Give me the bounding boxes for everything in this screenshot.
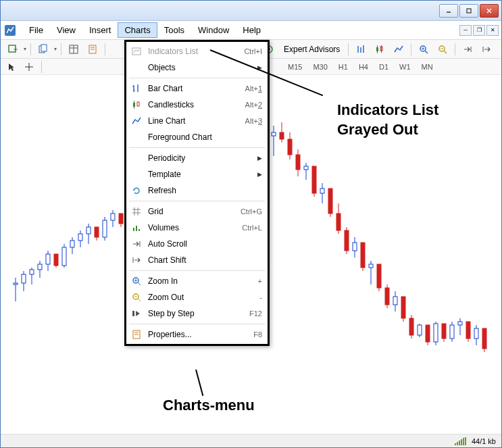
svg-rect-77 — [320, 189, 324, 193]
svg-rect-37 — [14, 283, 18, 284]
svg-rect-63 — [119, 214, 123, 224]
menu-item-label: Template — [144, 170, 257, 179]
mdi-minimize-button[interactable]: ─ — [459, 25, 472, 36]
cursor-button[interactable] — [5, 61, 18, 73]
svg-rect-41 — [30, 270, 34, 274]
svg-rect-59 — [103, 220, 107, 237]
menu-item-template[interactable]: Template▶ — [126, 166, 268, 182]
navigator-button[interactable] — [84, 42, 101, 57]
menu-charts[interactable]: Charts — [118, 22, 157, 38]
menu-item-refresh[interactable]: Refresh — [126, 182, 268, 199]
submenu-arrow-icon: ▶ — [257, 155, 262, 161]
menu-file[interactable]: File — [22, 22, 50, 38]
svg-rect-9 — [41, 45, 47, 51]
menu-item-indicators-list: Indicators ListCtrl+I — [126, 43, 268, 59]
svg-line-30 — [444, 51, 447, 53]
refresh-icon — [129, 184, 144, 197]
svg-rect-47 — [54, 254, 58, 266]
menu-item-chart-shift[interactable]: Chart Shift — [126, 252, 268, 268]
svg-rect-67 — [280, 132, 284, 139]
chartshift-icon — [129, 254, 144, 266]
menu-item-step-by-step[interactable]: Step by StepF12 — [126, 305, 268, 322]
menu-item-auto-scroll[interactable]: Auto Scroll — [126, 236, 268, 252]
timeframe-m15[interactable]: M15 — [284, 61, 305, 72]
timeframe-h1[interactable]: H1 — [335, 61, 351, 72]
maximize-button[interactable] — [459, 4, 478, 18]
zoom-in-button[interactable] — [416, 42, 432, 57]
timeframe-w1[interactable]: W1 — [396, 61, 414, 72]
new-chart-button[interactable] — [5, 42, 21, 57]
svg-rect-93 — [385, 288, 389, 305]
timeframe-d1[interactable]: D1 — [376, 61, 392, 72]
barchart-icon — [129, 82, 144, 95]
menu-item-shortcut: Ctrl+L — [242, 224, 262, 232]
svg-rect-95 — [393, 297, 397, 305]
bar-chart-button[interactable] — [353, 42, 369, 57]
menu-item-line-chart[interactable]: Line ChartAlt+3 — [126, 113, 268, 129]
timeframe-m30[interactable]: M30 — [309, 61, 330, 72]
chart-shift-button[interactable] — [478, 42, 495, 57]
line-chart-button[interactable] — [391, 42, 407, 57]
menu-item-shortcut: Ctrl+G — [241, 207, 262, 216]
menu-item-grid[interactable]: GridCtrl+G — [126, 203, 268, 220]
svg-rect-45 — [46, 254, 50, 264]
menu-tools[interactable]: Tools — [157, 22, 191, 38]
properties-icon — [129, 328, 144, 341]
svg-rect-105 — [434, 324, 438, 342]
crosshair-button[interactable] — [22, 61, 36, 73]
indicators-icon — [129, 45, 144, 57]
mdi-restore-button[interactable]: ❐ — [473, 25, 485, 36]
zoom-out-button[interactable] — [434, 42, 451, 57]
menu-item-properties[interactable]: Properties...F8 — [126, 326, 268, 343]
menu-item-label: Indicators List — [144, 47, 244, 56]
menu-view[interactable]: View — [50, 22, 82, 38]
mdi-close-button[interactable]: ✕ — [486, 25, 499, 36]
svg-rect-79 — [328, 189, 332, 214]
svg-rect-49 — [62, 247, 66, 266]
menu-item-volumes[interactable]: VolumesCtrl+L — [126, 220, 268, 236]
svg-rect-61 — [111, 214, 115, 220]
svg-rect-97 — [401, 297, 405, 318]
menu-item-label: Auto Scroll — [144, 239, 262, 249]
close-button[interactable] — [480, 4, 499, 18]
menu-item-shortcut: F8 — [253, 330, 262, 339]
menu-item-label: Step by Step — [144, 309, 249, 318]
auto-scroll-button[interactable] — [459, 42, 476, 57]
menu-item-label: Properties... — [144, 330, 253, 339]
menu-item-foreground-chart[interactable]: Foreground Chart — [126, 129, 268, 145]
menu-item-periodicity[interactable]: Periodicity▶ — [126, 150, 268, 166]
titlebar — [1, 1, 501, 21]
menu-item-shortcut: Ctrl+I — [244, 47, 262, 55]
menu-item-zoom-in[interactable]: Zoom In+ — [126, 273, 268, 289]
timeframe-mn[interactable]: MN — [418, 61, 436, 72]
menu-window[interactable]: Window — [191, 22, 236, 38]
svg-rect-73 — [304, 166, 308, 170]
blank-icon — [129, 61, 144, 74]
zoomout-icon — [129, 291, 144, 303]
market-watch-button[interactable] — [66, 42, 82, 57]
menu-item-objects[interactable]: Objects▶ — [126, 59, 268, 76]
menu-item-label: Zoom In — [144, 276, 258, 286]
mdi-controls: ─ ❐ ✕ — [459, 25, 499, 36]
expert-advisors-label[interactable]: Expert Advisors — [280, 43, 344, 55]
menu-item-bar-chart[interactable]: Bar ChartAlt+1 — [126, 80, 268, 97]
candlestick-button[interactable] — [372, 42, 388, 57]
svg-rect-53 — [78, 234, 82, 241]
menu-help[interactable]: Help — [236, 22, 268, 38]
svg-rect-83 — [345, 230, 349, 251]
svg-rect-117 — [482, 328, 486, 349]
menu-item-label: Zoom Out — [144, 293, 259, 302]
svg-rect-142 — [132, 311, 134, 316]
timeframe-h4[interactable]: H4 — [355, 61, 372, 72]
svg-line-26 — [425, 51, 428, 53]
minimize-button[interactable] — [439, 4, 458, 18]
menu-insert[interactable]: Insert — [82, 22, 118, 38]
profiles-button[interactable] — [35, 42, 51, 57]
menu-item-label: Objects — [144, 63, 257, 72]
menu-item-zoom-out[interactable]: Zoom Out- — [126, 289, 268, 305]
menu-item-label: Foreground Chart — [144, 132, 262, 142]
menu-item-candlesticks[interactable]: CandlesticksAlt+2 — [126, 97, 268, 113]
menu-item-label: Periodicity — [144, 153, 257, 163]
svg-rect-99 — [409, 318, 413, 335]
svg-rect-131 — [136, 226, 137, 231]
